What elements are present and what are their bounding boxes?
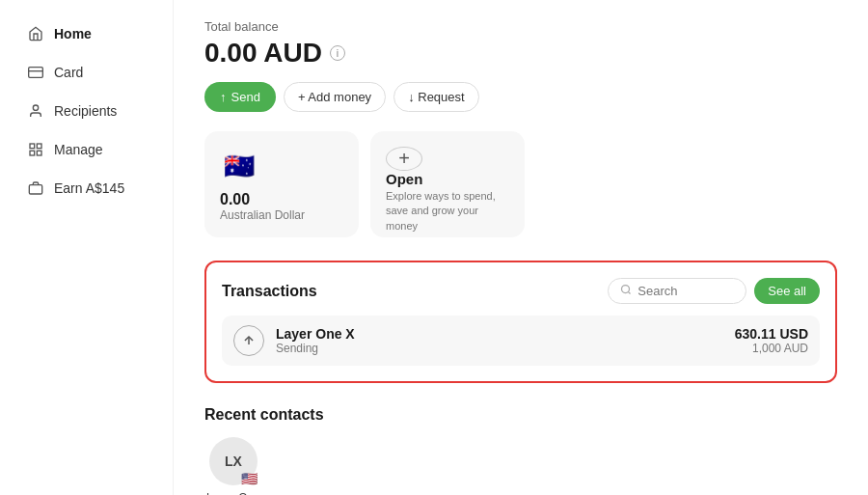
- currency-cards: 🇦🇺 0.00 Australian Dollar + Open Explore…: [204, 131, 837, 237]
- balance-info-icon[interactable]: i: [330, 45, 345, 61]
- contacts-list: LX 🇺🇸 Layer One X: [204, 437, 837, 495]
- action-buttons: ↑ Send + Add money ↓ Request: [204, 82, 837, 112]
- sidebar-label-earn: Earn A$145: [54, 180, 124, 196]
- see-all-button[interactable]: See all: [754, 278, 820, 304]
- contact-name-lx: Layer One X: [204, 491, 262, 495]
- recent-contacts-title: Recent contacts: [204, 406, 837, 424]
- svg-rect-3: [30, 144, 35, 149]
- send-button[interactable]: ↑ Send: [204, 82, 276, 112]
- aud-card[interactable]: 🇦🇺 0.00 Australian Dollar: [204, 131, 359, 237]
- transaction-status: Sending: [276, 342, 355, 355]
- add-money-button[interactable]: + Add money: [284, 82, 386, 112]
- contact-flag: 🇺🇸: [241, 472, 258, 485]
- contact-initials: LX: [225, 454, 242, 469]
- svg-point-2: [33, 105, 38, 110]
- send-arrow-icon: ↑: [220, 90, 227, 104]
- add-money-label: + Add money: [298, 90, 371, 104]
- transaction-amount: 630.11 USD: [735, 326, 808, 342]
- transaction-left: Layer One X Sending: [233, 325, 355, 356]
- transaction-direction-icon: [233, 325, 264, 356]
- home-icon: [27, 25, 44, 42]
- aud-flag: 🇦🇺: [220, 147, 258, 185]
- request-button[interactable]: ↓ Request: [393, 82, 479, 112]
- sidebar-item-home[interactable]: Home: [8, 15, 165, 52]
- search-icon: [620, 284, 632, 298]
- balance-section: 0.00 AUD i: [204, 38, 837, 69]
- svg-point-8: [622, 286, 630, 293]
- balance-value: 0.00 AUD: [204, 38, 322, 69]
- open-new-card[interactable]: + Open Explore ways to spend, save and g…: [370, 131, 525, 237]
- recent-contacts-section: Recent contacts LX 🇺🇸 Layer One X: [204, 406, 837, 495]
- open-card-description: Explore ways to spend, save and grow you…: [386, 189, 509, 234]
- card-icon: [27, 64, 44, 81]
- sidebar-label-home: Home: [54, 26, 92, 41]
- svg-rect-5: [30, 151, 35, 155]
- request-label: ↓ Request: [408, 90, 465, 104]
- transaction-row[interactable]: Layer One X Sending 630.11 USD 1,000 AUD: [222, 316, 820, 366]
- transaction-secondary-amount: 1,000 AUD: [735, 342, 808, 355]
- sidebar-label-manage: Manage: [54, 142, 103, 157]
- transactions-title: Transactions: [222, 283, 317, 300]
- sidebar-item-card[interactable]: Card: [8, 54, 165, 91]
- transactions-header: Transactions See all: [222, 278, 820, 304]
- add-plus-icon: +: [386, 147, 422, 171]
- sidebar-label-recipients: Recipients: [54, 103, 117, 119]
- main-content: Total balance 0.00 AUD i ↑ Send + Add mo…: [174, 0, 868, 495]
- sidebar-item-recipients[interactable]: Recipients: [8, 93, 165, 129]
- send-label: Send: [231, 90, 260, 104]
- transaction-info: Layer One X Sending: [276, 326, 355, 355]
- contact-avatar-lx: LX 🇺🇸: [209, 437, 258, 485]
- svg-rect-7: [29, 185, 41, 194]
- sidebar-label-card: Card: [54, 65, 83, 80]
- aud-amount: 0.00: [220, 191, 343, 208]
- search-input[interactable]: [637, 284, 734, 298]
- svg-line-9: [629, 291, 631, 293]
- transactions-section: Transactions See all La: [204, 261, 837, 383]
- svg-rect-4: [37, 144, 41, 149]
- transactions-controls: See all: [608, 278, 820, 304]
- manage-icon: [27, 141, 44, 158]
- see-all-label: See all: [768, 284, 806, 298]
- earn-icon: [27, 179, 44, 197]
- transaction-name: Layer One X: [276, 326, 355, 342]
- open-card-title: Open: [386, 171, 509, 187]
- sidebar: Home Card Recipients Manage Earn A$145: [0, 0, 174, 495]
- aud-currency-label: Australian Dollar: [220, 208, 343, 222]
- svg-rect-6: [37, 151, 41, 155]
- sidebar-item-earn[interactable]: Earn A$145: [8, 170, 165, 206]
- search-box[interactable]: [608, 278, 746, 304]
- transaction-right: 630.11 USD 1,000 AUD: [735, 326, 808, 355]
- svg-rect-0: [29, 68, 43, 78]
- total-balance-label: Total balance: [204, 19, 837, 34]
- recipients-icon: [27, 102, 44, 120]
- contact-item-lx[interactable]: LX 🇺🇸 Layer One X: [204, 437, 262, 495]
- sidebar-item-manage[interactable]: Manage: [8, 131, 165, 168]
